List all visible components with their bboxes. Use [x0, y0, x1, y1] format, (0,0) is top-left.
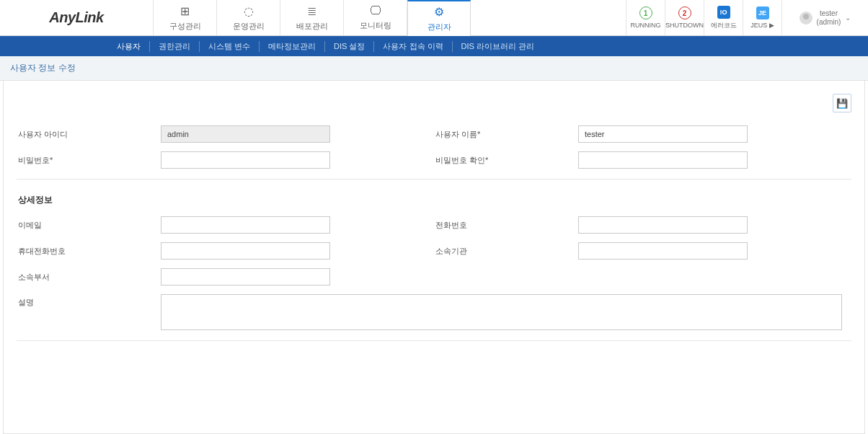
errorcode-icon: !O	[717, 6, 730, 19]
user-info: tester (admin)	[817, 9, 841, 27]
subnav-login-history[interactable]: 사용자 접속 이력	[374, 41, 452, 52]
email-label: 이메일	[17, 220, 161, 231]
list-icon: ≣	[307, 4, 316, 18]
tab-operation[interactable]: ◌ 운영관리	[217, 0, 280, 35]
main-tabs: ⊞ 구성관리 ◌ 운영관리 ≣ 배포관리 🖵 모니터링 ⚙ 관리자	[154, 0, 471, 35]
tab-label: 구성관리	[169, 21, 201, 32]
content: 💾 사용자 아이디 사용자 이름* 비밀번호* 비밀번호 확인* 상세	[3, 81, 865, 434]
monitor-icon: 🖵	[370, 4, 381, 17]
tab-label: 운영관리	[233, 21, 265, 32]
phone-label: 전화번호	[434, 220, 578, 231]
spacer	[471, 0, 626, 35]
user-name-label: 사용자 이름*	[434, 129, 578, 140]
mobile-label: 휴대전화번호	[17, 246, 161, 257]
password-label: 비밀번호*	[17, 155, 161, 166]
tab-label: 모니터링	[360, 20, 391, 31]
subnav-meta[interactable]: 메타정보관리	[260, 41, 325, 52]
phone-input[interactable]	[578, 216, 748, 234]
status-running[interactable]: 1 RUNNING	[626, 0, 665, 35]
status-jeus[interactable]: JE JEUS ▶	[743, 0, 781, 35]
tab-config[interactable]: ⊞ 구성관리	[154, 0, 217, 35]
user-name-input[interactable]	[578, 125, 748, 143]
tab-admin[interactable]: ⚙ 관리자	[407, 0, 471, 36]
chevron-down-icon: ⌄	[845, 14, 851, 22]
gear-icon: ⚙	[434, 5, 444, 19]
separator	[17, 179, 851, 180]
running-count-icon: 1	[639, 6, 652, 19]
separator	[17, 340, 851, 341]
dept-input[interactable]	[161, 268, 330, 285]
subnav-dis-library[interactable]: DIS 라이브러리 관리	[453, 41, 543, 52]
org-label: 소속기관	[434, 246, 578, 257]
desc-label: 설명	[17, 294, 161, 308]
save-button[interactable]: 💾	[833, 94, 851, 112]
detail-section-title: 상세정보	[17, 182, 851, 212]
org-input[interactable]	[578, 242, 748, 260]
status-label: 에러코드	[711, 21, 737, 30]
password-confirm-input[interactable]	[578, 151, 748, 169]
save-icon: 💾	[836, 98, 848, 109]
subnav-dis-settings[interactable]: DIS 설정	[325, 41, 374, 52]
dept-label: 소속부서	[17, 272, 161, 283]
grid-icon: ⊞	[180, 4, 190, 18]
status-label: SHUTDOWN	[665, 22, 704, 29]
user-name: tester	[817, 9, 841, 18]
password-input[interactable]	[161, 151, 330, 169]
tab-label: 배포관리	[296, 21, 328, 32]
status-group: 1 RUNNING 2 SHUTDOWN !O 에러코드 JE JEUS ▶	[626, 0, 781, 35]
shutdown-count-icon: 2	[678, 6, 691, 19]
status-errorcode[interactable]: !O 에러코드	[704, 0, 743, 35]
desc-input[interactable]	[161, 294, 842, 330]
topbar: AnyLink ⊞ 구성관리 ◌ 운영관리 ≣ 배포관리 🖵 모니터링 ⚙ 관리…	[0, 0, 868, 36]
avatar-icon	[800, 12, 812, 25]
status-label: RUNNING	[631, 22, 661, 29]
tab-monitoring[interactable]: 🖵 모니터링	[344, 0, 407, 35]
user-id-input	[161, 125, 330, 143]
subnav-permissions[interactable]: 권한관리	[150, 41, 200, 52]
logo: AnyLink	[0, 0, 154, 35]
circle-icon: ◌	[244, 4, 254, 18]
password-confirm-label: 비밀번호 확인*	[434, 155, 578, 166]
subnav-sysvars[interactable]: 시스템 변수	[200, 41, 260, 52]
mobile-input[interactable]	[161, 242, 330, 260]
user-id-label: 사용자 아이디	[17, 129, 161, 140]
status-shutdown[interactable]: 2 SHUTDOWN	[665, 0, 704, 35]
status-label: JEUS ▶	[750, 22, 774, 29]
form: 사용자 아이디 사용자 이름* 비밀번호* 비밀번호 확인* 상세정보 이메일	[17, 121, 851, 341]
page-title: 사용자 정보 수정	[0, 56, 868, 81]
subnav: 사용자 권한관리 시스템 변수 메타정보관리 DIS 설정 사용자 접속 이력 …	[0, 36, 868, 56]
tab-label: 관리자	[428, 22, 451, 32]
user-menu[interactable]: tester (admin) ⌄	[781, 0, 868, 35]
jeus-icon: JE	[756, 6, 769, 19]
user-role: (admin)	[817, 18, 841, 27]
email-input[interactable]	[161, 216, 330, 234]
subnav-users[interactable]: 사용자	[108, 41, 150, 52]
tab-deploy[interactable]: ≣ 배포관리	[280, 0, 344, 35]
